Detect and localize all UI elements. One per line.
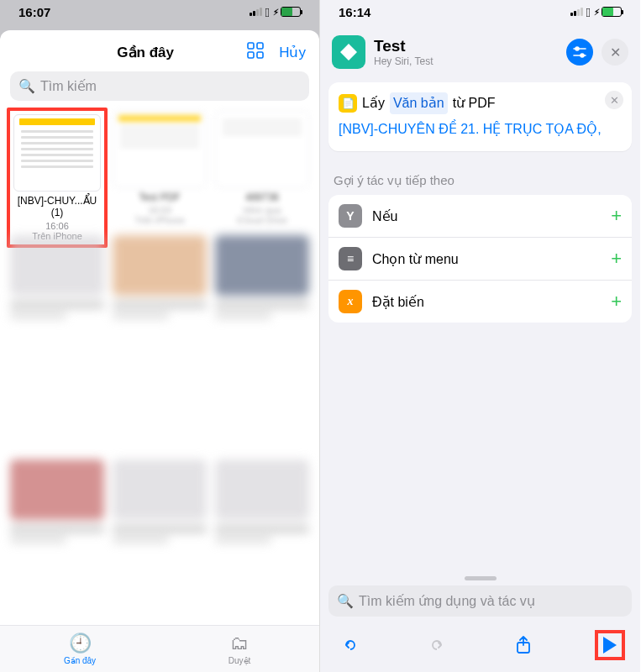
shortcuts-editor-screen: 16:14 􀙇 ⚡︎ Test Hey Siri, Test ✕ 📄 Lấy V… — [320, 0, 640, 672]
file-thumbnail — [215, 111, 309, 188]
settings-button[interactable] — [566, 39, 593, 66]
suggestion-menu[interactable]: ≡ Chọn từ menu + — [328, 238, 632, 281]
suggestion-if[interactable]: Y Nếu + — [328, 195, 632, 238]
shortcut-subtitle: Hey Siri, Test — [374, 55, 558, 67]
close-button[interactable]: ✕ — [602, 39, 628, 66]
search-icon: 🔍 — [337, 593, 354, 609]
shortcut-header: Test Hey Siri, Test ✕ — [320, 24, 640, 76]
files-picker-screen: 16:07 􀙇 ⚡︎ Gần đây Hủy 🔍 Tìm kiếm [NBV]-… — [0, 0, 320, 672]
battery-icon: ⚡︎ — [594, 7, 622, 17]
file-time: 16:06 — [13, 221, 101, 231]
text-action-icon: 📄 — [339, 94, 357, 113]
tab-browse[interactable]: 🗂 Duyệt — [160, 626, 319, 672]
cancel-button[interactable]: Hủy — [279, 44, 306, 61]
file-thumbnail — [113, 111, 207, 188]
action-token[interactable]: Văn bản — [390, 92, 448, 114]
file-name: [NBV]-CHUY...ẨU (1) — [13, 195, 101, 219]
add-icon[interactable]: + — [611, 248, 622, 270]
tab-label: Gần đây — [64, 656, 96, 665]
if-icon: Y — [339, 204, 362, 228]
action-mid: từ PDF — [453, 93, 496, 113]
svg-rect-3 — [257, 52, 263, 58]
file-time: Hôm qua — [215, 205, 309, 215]
status-time: 16:14 — [339, 5, 370, 19]
file-item[interactable]: Test PDF 16:03 Trên iPhone — [113, 111, 207, 244]
wifi-icon: 􀙇 — [586, 5, 591, 19]
status-icons: 􀙇 ⚡︎ — [250, 5, 301, 19]
svg-rect-1 — [257, 43, 263, 49]
suggestions-list: Y Nếu + ≡ Chọn từ menu + x Đặt biến + — [328, 195, 632, 323]
search-input[interactable]: 🔍 Tìm kiếm — [10, 71, 309, 101]
search-placeholder: Tìm kiếm — [40, 78, 97, 94]
view-mode-button[interactable] — [247, 42, 264, 63]
folder-icon: 🗂 — [230, 633, 249, 654]
clock-icon: 🕘 — [69, 633, 92, 654]
status-bar: 16:07 􀙇 ⚡︎ — [0, 0, 319, 24]
svg-rect-0 — [248, 43, 254, 49]
add-icon[interactable]: + — [611, 205, 622, 227]
action-verb: Lấy — [362, 93, 385, 113]
action-card[interactable]: 📄 Lấy Văn bản từ PDF [NBV]-CHUYÊN ĐỀ 21.… — [328, 82, 632, 151]
action-search-input[interactable]: 🔍 Tìm kiếm ứng dụng và tác vụ — [328, 585, 632, 617]
menu-icon: ≡ — [339, 247, 362, 270]
search-icon: 🔍 — [18, 78, 35, 94]
drag-handle[interactable] — [465, 576, 497, 580]
bottom-toolbar — [320, 623, 640, 672]
battery-icon: ⚡︎ — [273, 7, 301, 17]
run-button[interactable] — [595, 630, 625, 660]
add-icon[interactable]: + — [611, 291, 622, 312]
share-button[interactable] — [508, 630, 539, 660]
suggestion-setvar[interactable]: x Đặt biến + — [328, 281, 632, 323]
tab-recent[interactable]: 🕘 Gần đây — [0, 626, 160, 672]
suggestions-label: Gợi ý tác vụ tiếp theo — [334, 173, 627, 188]
blurred-files — [10, 235, 309, 672]
signal-icon — [570, 8, 583, 16]
suggestion-label: Đặt biến — [372, 294, 601, 310]
sheet-header: Gần đây Hủy — [0, 30, 319, 71]
tab-bar: 🕘 Gần đây 🗂 Duyệt — [0, 625, 319, 672]
play-icon — [603, 637, 617, 654]
svg-point-7 — [581, 54, 584, 57]
suggestion-label: Chọn từ menu — [372, 251, 601, 267]
file-time: 16:03 — [113, 205, 207, 215]
svg-rect-2 — [248, 52, 254, 58]
variable-icon: x — [339, 290, 362, 313]
status-icons: 􀙇 ⚡︎ — [570, 5, 622, 19]
file-name: 489736 — [215, 192, 309, 203]
file-thumbnail — [13, 114, 101, 192]
status-bar: 16:14 􀙇 ⚡︎ — [320, 0, 640, 24]
file-item-selected[interactable]: [NBV]-CHUY...ẨU (1) 16:06 Trên iPhone — [7, 108, 108, 248]
sheet-title: Gần đây — [50, 44, 240, 61]
undo-button[interactable] — [335, 630, 365, 660]
remove-action-button[interactable]: ✕ — [605, 91, 623, 109]
suggestion-label: Nếu — [372, 208, 601, 224]
shortcut-title[interactable]: Test — [374, 37, 558, 55]
file-location: Trên iPhone — [113, 215, 207, 225]
file-name: Test PDF — [113, 192, 207, 203]
svg-point-6 — [575, 47, 579, 50]
wifi-icon: 􀙇 — [265, 5, 270, 19]
file-grid: [NBV]-CHUY...ẨU (1) 16:06 Trên iPhone Te… — [0, 111, 319, 244]
shortcut-app-icon — [332, 35, 365, 69]
tab-label: Duyệt — [229, 656, 251, 665]
action-search-placeholder: Tìm kiếm ứng dụng và tác vụ — [359, 593, 535, 609]
status-time: 16:07 — [18, 5, 50, 19]
action-file[interactable]: [NBV]-CHUYÊN ĐỀ 21. HỆ TRỤC TỌA ĐỘ, — [339, 119, 602, 139]
file-item[interactable]: 489736 Hôm qua iCloud Drive — [215, 111, 309, 244]
file-location: iCloud Drive — [215, 215, 309, 225]
signal-icon — [250, 8, 262, 16]
redo-button — [422, 630, 452, 660]
